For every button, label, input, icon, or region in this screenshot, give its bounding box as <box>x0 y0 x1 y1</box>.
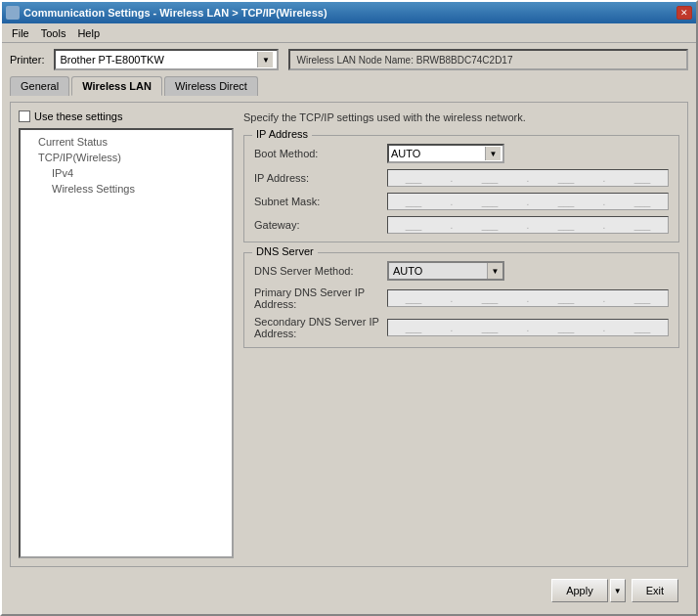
bottom-bar: Apply ▼ Exit <box>10 573 688 608</box>
apply-arrow-button[interactable]: ▼ <box>610 579 626 602</box>
title-bar: Communication Settings - Wireless LAN > … <box>2 2 696 23</box>
gateway-label: Gateway: <box>254 219 381 231</box>
right-panel: Specify the TCP/IP settings used with th… <box>243 110 679 558</box>
dns-method-row: DNS Server Method: AUTO ▼ <box>254 261 669 281</box>
printer-value: Brother PT-E800TKW <box>60 54 257 66</box>
primary-dns-row: Primary DNS Server IP Address: ___ . ___… <box>254 286 669 310</box>
printer-dropdown-arrow[interactable]: ▼ <box>257 52 273 67</box>
tree-item-current-status[interactable]: Current Status <box>24 134 228 150</box>
window-title: Communication Settings - Wireless LAN > … <box>23 7 327 19</box>
subnet-mask-label: Subnet Mask: <box>254 196 381 207</box>
apply-button[interactable]: Apply <box>551 579 608 602</box>
primary-dns-input[interactable]: ___ . ___ . ___ . ___ <box>387 289 669 307</box>
secondary-dns-row: Secondary DNS Server IP Address: ___ . _… <box>254 316 669 339</box>
tab-general[interactable]: General <box>10 76 69 96</box>
ip-address-label: IP Address: <box>254 172 381 184</box>
dns-server-group-title: DNS Server <box>252 245 318 257</box>
secondary-dns-input[interactable]: ___ . ___ . ___ . ___ <box>387 319 669 336</box>
use-settings-checkbox[interactable] <box>19 110 30 122</box>
main-content: Printer: Brother PT-E800TKW ▼ Wireless L… <box>2 43 696 614</box>
menu-bar: File Tools Help <box>2 23 696 43</box>
menu-file[interactable]: File <box>6 25 35 41</box>
tab-wireless-direct[interactable]: Wireless Direct <box>164 76 258 96</box>
left-panel: Use these settings Current Status TCP/IP… <box>19 110 234 558</box>
tree-item-wireless-settings[interactable]: Wireless Settings <box>24 181 228 197</box>
tabs-row: General Wireless LAN Wireless Direct <box>10 76 688 96</box>
node-name-display: Wireless LAN Node Name: BRWB8BDC74C2D17 <box>288 49 688 70</box>
tree-item-ipv4[interactable]: IPv4 <box>24 165 228 181</box>
printer-row: Printer: Brother PT-E800TKW ▼ Wireless L… <box>10 49 688 70</box>
main-window: Communication Settings - Wireless LAN > … <box>0 0 698 616</box>
ip-address-row: IP Address: ___ . ___ . ___ . ___ <box>254 169 669 187</box>
dns-server-group: DNS Server DNS Server Method: AUTO ▼ Pri… <box>243 252 679 348</box>
ip-address-group-title: IP Address <box>252 128 312 140</box>
close-button[interactable]: ✕ <box>676 6 692 20</box>
dns-method-arrow[interactable]: ▼ <box>487 263 502 279</box>
secondary-dns-label: Secondary DNS Server IP Address: <box>254 316 381 339</box>
exit-button[interactable]: Exit <box>632 579 678 602</box>
primary-dns-label: Primary DNS Server IP Address: <box>254 286 381 310</box>
printer-dropdown[interactable]: Brother PT-E800TKW ▼ <box>54 49 279 70</box>
printer-label: Printer: <box>10 54 44 66</box>
dns-method-dropdown[interactable]: AUTO ▼ <box>387 261 504 281</box>
description-text: Specify the TCP/IP settings used with th… <box>243 110 679 125</box>
use-settings-label: Use these settings <box>34 110 123 122</box>
menu-help[interactable]: Help <box>71 25 106 41</box>
tab-content: Use these settings Current Status TCP/IP… <box>10 102 688 567</box>
gateway-input[interactable]: ___ . ___ . ___ . ___ <box>387 216 669 234</box>
use-settings-row: Use these settings <box>19 110 234 122</box>
ip-address-input[interactable]: ___ . ___ . ___ . ___ <box>387 169 669 187</box>
boot-method-dropdown[interactable]: AUTO ▼ <box>387 144 504 163</box>
subnet-mask-input[interactable]: ___ . ___ . ___ . ___ <box>387 193 669 210</box>
boot-method-arrow[interactable]: ▼ <box>485 147 501 160</box>
gateway-row: Gateway: ___ . ___ . ___ . ___ <box>254 216 669 234</box>
boot-method-value: AUTO <box>391 148 485 159</box>
subnet-mask-row: Subnet Mask: ___ . ___ . ___ . ___ <box>254 193 669 210</box>
tree-item-tcpip[interactable]: TCP/IP(Wireless) <box>24 150 228 165</box>
dns-method-value: AUTO <box>393 265 487 277</box>
window-icon <box>6 6 20 20</box>
tree-view: Current Status TCP/IP(Wireless) IPv4 Wir… <box>19 128 234 558</box>
boot-method-label: Boot Method: <box>254 148 381 159</box>
ip-address-group: IP Address Boot Method: AUTO ▼ IP Addres… <box>243 135 679 242</box>
menu-tools[interactable]: Tools <box>35 25 72 41</box>
dns-method-label: DNS Server Method: <box>254 265 381 277</box>
tab-wireless-lan[interactable]: Wireless LAN <box>71 76 162 96</box>
boot-method-row: Boot Method: AUTO ▼ <box>254 144 669 163</box>
